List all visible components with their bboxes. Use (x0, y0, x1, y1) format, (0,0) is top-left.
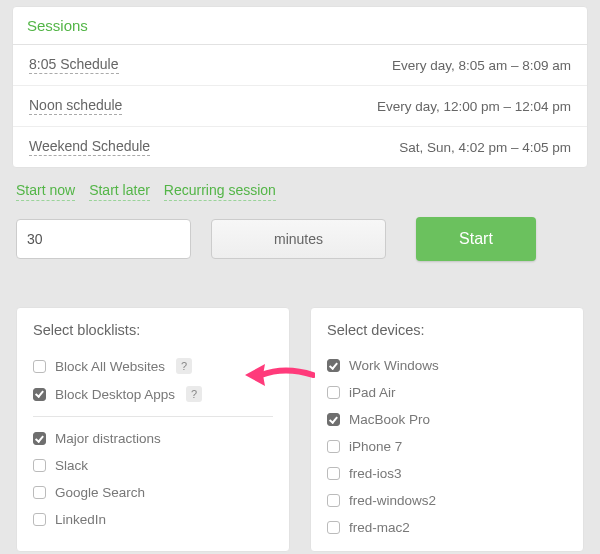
checkbox-icon[interactable] (33, 360, 46, 373)
start-button[interactable]: Start (416, 217, 536, 261)
checkbox-icon[interactable] (33, 486, 46, 499)
device-label: fred-ios3 (349, 466, 402, 481)
blocklist-label: Major distractions (55, 431, 161, 446)
checkbox-icon[interactable] (327, 521, 340, 534)
session-row[interactable]: Noon schedule Every day, 12:00 pm – 12:0… (13, 86, 587, 127)
checkbox-icon[interactable] (33, 432, 46, 445)
device-item[interactable]: iPad Air (327, 379, 567, 406)
checkbox-icon[interactable] (327, 494, 340, 507)
blocklists-title: Select blocklists: (33, 322, 273, 338)
device-item[interactable]: iPhone 7 (327, 433, 567, 460)
sessions-title: Sessions (13, 7, 587, 45)
session-time: Every day, 12:00 pm – 12:04 pm (377, 99, 571, 114)
blocklist-item[interactable]: LinkedIn (33, 506, 273, 533)
checkbox-icon[interactable] (327, 467, 340, 480)
sessions-panel: Sessions 8:05 Schedule Every day, 8:05 a… (12, 6, 588, 168)
blocklist-item[interactable]: Slack (33, 452, 273, 479)
duration-input[interactable] (16, 219, 191, 259)
help-icon[interactable]: ? (186, 386, 202, 402)
blocklist-label: Google Search (55, 485, 145, 500)
tab-recurring[interactable]: Recurring session (164, 182, 276, 201)
checkbox-icon[interactable] (33, 459, 46, 472)
devices-title: Select devices: (327, 322, 567, 338)
device-label: iPad Air (349, 385, 396, 400)
blocklist-item[interactable]: Google Search (33, 479, 273, 506)
session-row[interactable]: 8:05 Schedule Every day, 8:05 am – 8:09 … (13, 45, 587, 86)
blocklist-label: Block All Websites (55, 359, 165, 374)
blocklist-option[interactable]: Block Desktop Apps ? (33, 380, 273, 408)
blocklist-label: Block Desktop Apps (55, 387, 175, 402)
device-label: fred-windows2 (349, 493, 436, 508)
checkbox-icon[interactable] (327, 440, 340, 453)
session-time: Every day, 8:05 am – 8:09 am (392, 58, 571, 73)
tab-start-now[interactable]: Start now (16, 182, 75, 201)
checkbox-icon[interactable] (33, 388, 46, 401)
device-item[interactable]: MacBook Pro (327, 406, 567, 433)
checkbox-icon[interactable] (327, 413, 340, 426)
start-tabs: Start now Start later Recurring session (16, 182, 584, 201)
help-icon[interactable]: ? (176, 358, 192, 374)
device-item[interactable]: Work Windows (327, 352, 567, 379)
device-label: fred-mac2 (349, 520, 410, 535)
device-item[interactable]: fred-windows2 (327, 487, 567, 514)
start-controls: Start now Start later Recurring session … (16, 182, 584, 261)
blocklists-card: Select blocklists: Block All Websites ? … (16, 307, 290, 552)
devices-card: Select devices: Work Windows iPad Air Ma… (310, 307, 584, 552)
divider (33, 416, 273, 417)
device-item[interactable]: fred-mac2 (327, 514, 567, 541)
checkbox-icon[interactable] (327, 386, 340, 399)
session-name[interactable]: Noon schedule (29, 97, 122, 115)
blocklist-item[interactable]: Major distractions (33, 425, 273, 452)
device-label: iPhone 7 (349, 439, 402, 454)
device-label: MacBook Pro (349, 412, 430, 427)
tab-start-later[interactable]: Start later (89, 182, 150, 201)
device-item[interactable]: fred-ios3 (327, 460, 567, 487)
checkbox-icon[interactable] (33, 513, 46, 526)
units-select[interactable]: minutes (211, 219, 386, 259)
device-label: Work Windows (349, 358, 439, 373)
checkbox-icon[interactable] (327, 359, 340, 372)
session-time: Sat, Sun, 4:02 pm – 4:05 pm (399, 140, 571, 155)
blocklist-label: Slack (55, 458, 88, 473)
session-row[interactable]: Weekend Schedule Sat, Sun, 4:02 pm – 4:0… (13, 127, 587, 167)
session-name[interactable]: 8:05 Schedule (29, 56, 119, 74)
session-name[interactable]: Weekend Schedule (29, 138, 150, 156)
blocklist-option[interactable]: Block All Websites ? (33, 352, 273, 380)
blocklist-label: LinkedIn (55, 512, 106, 527)
